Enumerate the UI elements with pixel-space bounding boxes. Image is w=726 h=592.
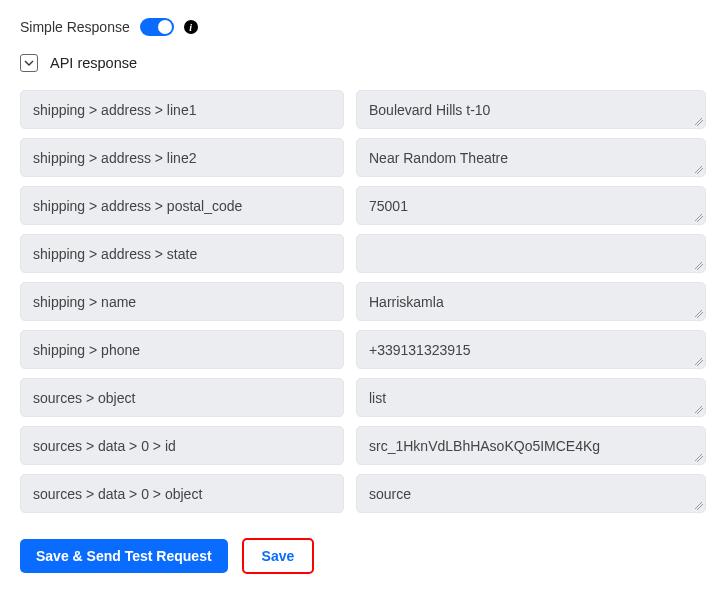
simple-response-toggle[interactable] xyxy=(140,18,174,36)
field-key[interactable]: shipping > phone xyxy=(20,330,344,369)
simple-response-label: Simple Response xyxy=(20,19,130,35)
field-row: shipping > phone+339131323915 xyxy=(20,330,706,369)
field-row: shipping > address > postal_code75001 xyxy=(20,186,706,225)
field-value[interactable]: Near Random Theatre xyxy=(356,138,706,177)
field-key[interactable]: shipping > address > state xyxy=(20,234,344,273)
field-row: sources > data > 0 > objectsource xyxy=(20,474,706,513)
collapse-toggle[interactable] xyxy=(20,54,38,72)
field-row: shipping > address > line1Boulevard Hill… xyxy=(20,90,706,129)
field-row: sources > objectlist xyxy=(20,378,706,417)
field-key[interactable]: sources > data > 0 > id xyxy=(20,426,344,465)
field-value[interactable]: 75001 xyxy=(356,186,706,225)
info-icon[interactable]: i xyxy=(184,20,198,34)
save-send-test-button[interactable]: Save & Send Test Request xyxy=(20,539,228,573)
api-response-label: API response xyxy=(50,55,137,71)
field-row: shipping > address > line2Near Random Th… xyxy=(20,138,706,177)
field-row: shipping > nameHarriskamla xyxy=(20,282,706,321)
field-value[interactable]: +339131323915 xyxy=(356,330,706,369)
field-key[interactable]: shipping > address > line2 xyxy=(20,138,344,177)
field-value[interactable]: list xyxy=(356,378,706,417)
field-row: sources > data > 0 > idsrc_1HknVdLBhHAso… xyxy=(20,426,706,465)
field-key[interactable]: shipping > address > postal_code xyxy=(20,186,344,225)
field-key[interactable]: sources > object xyxy=(20,378,344,417)
chevron-down-icon xyxy=(24,58,34,68)
fields-list: shipping > address > line1Boulevard Hill… xyxy=(20,90,706,522)
field-value[interactable] xyxy=(356,234,706,273)
field-value[interactable]: src_1HknVdLBhHAsoKQo5IMCE4Kg xyxy=(356,426,706,465)
field-value[interactable]: Harriskamla xyxy=(356,282,706,321)
field-value[interactable]: source xyxy=(356,474,706,513)
field-row: shipping > address > state xyxy=(20,234,706,273)
field-key[interactable]: shipping > address > line1 xyxy=(20,90,344,129)
field-key[interactable]: sources > data > 0 > object xyxy=(20,474,344,513)
field-value[interactable]: Boulevard Hills t-10 xyxy=(356,90,706,129)
save-button[interactable]: Save xyxy=(242,538,315,574)
field-key[interactable]: shipping > name xyxy=(20,282,344,321)
